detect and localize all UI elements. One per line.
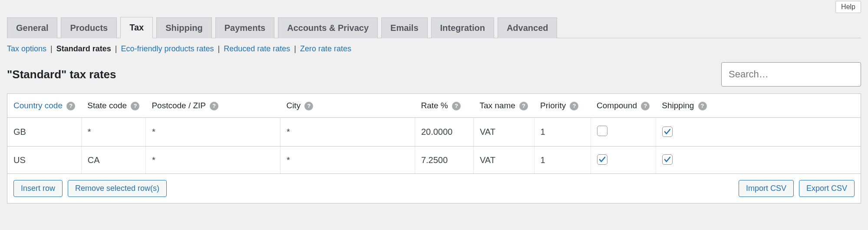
insert-row-button[interactable]: Insert row xyxy=(13,180,63,197)
compound-checkbox[interactable] xyxy=(597,126,607,136)
help-icon[interactable]: ? xyxy=(66,102,75,110)
help-icon[interactable]: ? xyxy=(210,102,218,110)
cell-city[interactable]: * xyxy=(280,147,415,174)
col-label: Rate % xyxy=(421,101,448,110)
settings-tabs: GeneralProductsTaxShippingPaymentsAccoun… xyxy=(7,17,861,38)
tab-accounts-privacy[interactable]: Accounts & Privacy xyxy=(278,17,378,38)
cell-priority[interactable]: 1 xyxy=(534,147,591,174)
col-label: State code xyxy=(87,101,127,110)
export-csv-button[interactable]: Export CSV xyxy=(799,180,855,197)
col-country-code[interactable]: Country code ? xyxy=(7,94,82,118)
cell-rate[interactable]: 7.2500 xyxy=(415,147,473,174)
subtab-link[interactable]: Eco-friendly products rates xyxy=(121,44,214,53)
col-compound[interactable]: Compound ? xyxy=(591,94,656,118)
separator: | xyxy=(113,44,119,53)
help-icon[interactable]: ? xyxy=(304,102,313,110)
search-input[interactable] xyxy=(721,62,861,87)
tab-advanced[interactable]: Advanced xyxy=(498,17,558,38)
col-shipping[interactable]: Shipping ? xyxy=(656,94,861,118)
col-label: Priority xyxy=(540,101,566,110)
tax-rates-table: Country code ? State code ? Postcode / Z… xyxy=(7,93,861,203)
col-label: Shipping xyxy=(662,101,694,110)
col-label: Tax name xyxy=(479,101,515,110)
col-label: Postcode / ZIP xyxy=(152,101,205,110)
col-state-code[interactable]: State code ? xyxy=(81,94,145,118)
cell-tax_name[interactable]: VAT xyxy=(473,147,534,174)
tab-integration[interactable]: Integration xyxy=(431,17,494,38)
subtab-link[interactable]: Zero rate rates xyxy=(300,44,351,53)
tab-general[interactable]: General xyxy=(7,17,57,38)
import-csv-button[interactable]: Import CSV xyxy=(739,180,794,197)
cell-city[interactable]: * xyxy=(280,118,415,147)
tab-payments[interactable]: Payments xyxy=(215,17,275,38)
tab-products[interactable]: Products xyxy=(61,17,117,38)
tab-emails[interactable]: Emails xyxy=(381,17,427,38)
tab-tax[interactable]: Tax xyxy=(120,17,153,38)
cell-compound xyxy=(591,147,656,174)
separator: | xyxy=(48,44,55,53)
cell-rate[interactable]: 20.0000 xyxy=(415,118,473,147)
cell-shipping xyxy=(656,118,861,147)
help-icon[interactable]: ? xyxy=(519,102,528,110)
col-label: City xyxy=(286,101,300,110)
help-icon[interactable]: ? xyxy=(131,102,139,110)
separator: | xyxy=(216,44,222,53)
subtab-link[interactable]: Tax options xyxy=(7,44,46,53)
table-row[interactable]: USCA**7.2500VAT1 xyxy=(7,147,861,174)
help-button[interactable]: Help xyxy=(835,1,861,13)
subtab-link[interactable]: Reduced rate rates xyxy=(224,44,290,53)
help-icon[interactable]: ? xyxy=(452,102,461,110)
cell-priority[interactable]: 1 xyxy=(534,118,591,147)
cell-country[interactable]: US xyxy=(7,147,82,174)
cell-state[interactable]: * xyxy=(81,118,145,147)
cell-shipping xyxy=(656,147,861,174)
col-label: Country code xyxy=(13,101,63,110)
tab-shipping[interactable]: Shipping xyxy=(156,17,212,38)
cell-compound xyxy=(591,118,656,147)
remove-rows-button[interactable]: Remove selected row(s) xyxy=(68,180,167,197)
shipping-checkbox[interactable] xyxy=(662,154,673,165)
separator: | xyxy=(292,44,298,53)
help-icon[interactable]: ? xyxy=(698,102,707,110)
table-row[interactable]: GB***20.0000VAT1 xyxy=(7,118,861,147)
cell-postcode[interactable]: * xyxy=(145,147,280,174)
col-tax-name[interactable]: Tax name ? xyxy=(473,94,534,118)
page-title: "Standard" tax rates xyxy=(7,68,116,81)
help-icon[interactable]: ? xyxy=(570,102,578,110)
tax-subtabs: Tax options | Standard rates | Eco-frien… xyxy=(7,38,861,59)
col-postcode[interactable]: Postcode / ZIP ? xyxy=(145,94,280,118)
shipping-checkbox[interactable] xyxy=(662,127,673,137)
col-priority[interactable]: Priority ? xyxy=(534,94,591,118)
subtab-current: Standard rates xyxy=(56,44,111,53)
col-label: Compound xyxy=(597,101,637,110)
col-city[interactable]: City ? xyxy=(280,94,415,118)
col-rate[interactable]: Rate % ? xyxy=(415,94,473,118)
cell-country[interactable]: GB xyxy=(7,118,82,147)
cell-tax_name[interactable]: VAT xyxy=(473,118,534,147)
compound-checkbox[interactable] xyxy=(597,154,607,165)
cell-postcode[interactable]: * xyxy=(145,118,280,147)
cell-state[interactable]: CA xyxy=(81,147,145,174)
help-icon[interactable]: ? xyxy=(641,102,650,110)
